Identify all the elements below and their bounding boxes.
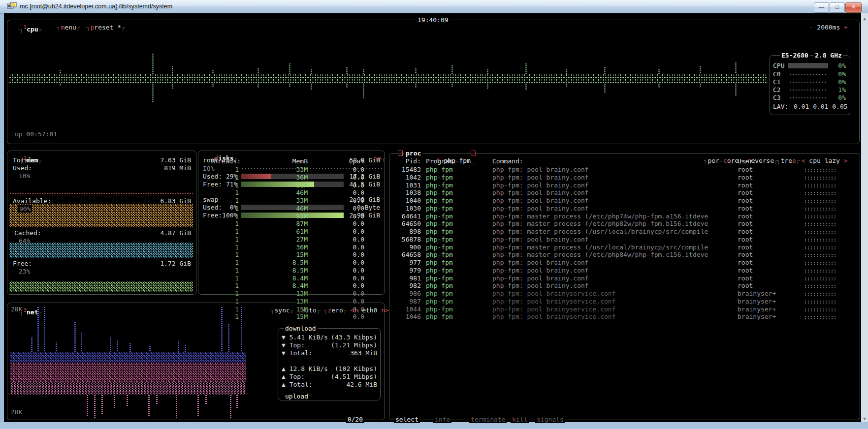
cell-command: php-fpm: pool brainy.conf (492, 236, 589, 243)
maximize-button[interactable]: □ (830, 2, 845, 13)
disk-root-io-label: IO% (203, 165, 214, 172)
cpu-spike-down (735, 83, 737, 96)
cell-user: root (738, 189, 753, 196)
cell-command: php-fpm: master process (/usr/local/brai… (492, 228, 708, 235)
cell-mem: 33M (296, 166, 308, 173)
footer-kill-button[interactable]: kill (511, 416, 529, 423)
cpu-box-title[interactable]: ┐1cpu┌ (12, 16, 42, 33)
cell-mem: 33M (296, 197, 308, 204)
window-titlebar[interactable]: mc [root@ub24.itdeveloper.com.ua]:/lib/s… (0, 0, 868, 14)
cpu-spike-up (257, 68, 259, 74)
net-upload-spike (148, 395, 150, 417)
close-button[interactable]: ✕ (845, 2, 862, 13)
col-header-threads[interactable]: Threads: (210, 157, 241, 165)
cell-cpu: 0.0 (353, 220, 364, 227)
cell-pid: 982 (410, 282, 421, 289)
cell-cpu: 0.0 (353, 182, 364, 189)
cell-threads: 1 (235, 306, 239, 313)
disk-root-used-bar (241, 174, 344, 179)
cell-threads: 1 (235, 251, 239, 258)
mem-total-value: 7.63 GiB (160, 156, 191, 164)
cell-user: root (738, 182, 753, 189)
net-upload-spike (236, 395, 238, 409)
sort-next-icon[interactable]: > (844, 157, 848, 164)
col-header-pid[interactable]: Pid: (406, 157, 421, 165)
scroll-up-icon[interactable]: ▲ (862, 15, 867, 23)
col-header-user[interactable]: User: (738, 157, 757, 165)
cell-threads: 1 (235, 275, 239, 282)
cell-cpu-graph (804, 200, 837, 203)
cpu-model-label: E5-2680 (780, 52, 810, 59)
net-download-spike (240, 306, 243, 352)
cell-pid: 1042 (406, 174, 421, 181)
cell-user: root (738, 220, 753, 227)
cpu-spike-up (171, 66, 174, 74)
cell-cpu: 0.0 (353, 197, 364, 204)
net-download-spike (37, 306, 39, 352)
interval-control[interactable]: - 2000ms + (802, 16, 848, 31)
cell-program: php-fpm (426, 298, 453, 305)
cell-threads: 1 (235, 189, 239, 196)
disk-swap-free-bar (241, 213, 344, 218)
minimize-button[interactable]: — (814, 2, 829, 13)
cell-pid: 56878 (402, 236, 421, 243)
preset-button[interactable]: ┐preset *┌ (79, 16, 125, 31)
footer-info-button[interactable]: info (433, 416, 451, 423)
footer-terminate-button[interactable]: terminate (469, 416, 507, 423)
proc-detail-toggle-icon[interactable] (398, 151, 403, 156)
download-top-label: ▼ Top: (282, 341, 305, 349)
net-upload-spike (94, 395, 96, 419)
cpu-spike-up (59, 70, 62, 74)
putty-app-icon (7, 2, 17, 11)
net-download-spike (116, 340, 119, 352)
core-label: C1 (773, 78, 781, 86)
cell-cpu: 0.0 (353, 313, 364, 320)
footer-select-button[interactable]: select (394, 416, 420, 423)
process-counter: 0/20 (346, 416, 364, 423)
cell-user: root (738, 197, 753, 204)
cell-program: php-fpm (426, 313, 453, 320)
cpu-spike-up (658, 69, 660, 74)
cell-cpu-graph (804, 223, 837, 226)
cell-cpu-graph (804, 301, 837, 304)
cell-pid: 900 (410, 244, 421, 251)
sort-selector[interactable]: < cpu lazy > (794, 150, 848, 164)
menu-button[interactable]: ┐menu┌ (49, 16, 80, 31)
cell-user: root (738, 282, 753, 289)
mem-free-graph (9, 281, 193, 292)
cell-cpu: 0.0 (353, 228, 364, 235)
cpu-spike-down (171, 83, 174, 89)
mem-free-label: Free: (13, 260, 32, 267)
col-header-command[interactable]: Command: (492, 157, 523, 165)
cpu-spike-down (289, 83, 291, 87)
cpu-usage-graph (9, 74, 767, 83)
scroll-down-icon[interactable]: ▼ (862, 415, 867, 423)
interval-plus[interactable]: + (844, 24, 848, 31)
interval-minus[interactable]: - (809, 24, 813, 31)
net-upload-spike (229, 395, 232, 419)
disk-swap-name: swap (203, 196, 218, 203)
cell-threads: 1 (235, 290, 239, 297)
footer-signals-button[interactable]: signals (535, 416, 565, 423)
proc-box-title: proc (404, 150, 422, 157)
disk-swap-free-label: Free:100% (203, 212, 237, 219)
cell-command: php-fpm: pool brainy.conf (492, 174, 589, 181)
cell-cpu-graph (804, 246, 837, 250)
net-download-spike (31, 337, 33, 352)
cell-pid: 1046 (406, 313, 421, 320)
net-upload-spike (113, 395, 116, 409)
col-header-mem[interactable]: MemB (292, 157, 308, 165)
cell-cpu-graph (804, 169, 837, 172)
net-interface-switch[interactable]: <b eth0 n> (343, 299, 389, 314)
col-header-program[interactable]: Program: (426, 157, 457, 165)
cell-pid: 987 (410, 298, 421, 305)
search-clear-icon[interactable] (471, 151, 476, 156)
core-pct: 1% (838, 86, 846, 93)
cell-pid: 1030 (406, 205, 421, 212)
cpu-total-bar (788, 63, 828, 68)
scrollbar[interactable] (861, 13, 868, 422)
cell-pid: 15483 (402, 166, 421, 173)
col-header-cpu[interactable]: Cpu% (349, 157, 364, 165)
cpu-spike-down (415, 83, 417, 88)
cpu-spike-up (735, 62, 737, 74)
